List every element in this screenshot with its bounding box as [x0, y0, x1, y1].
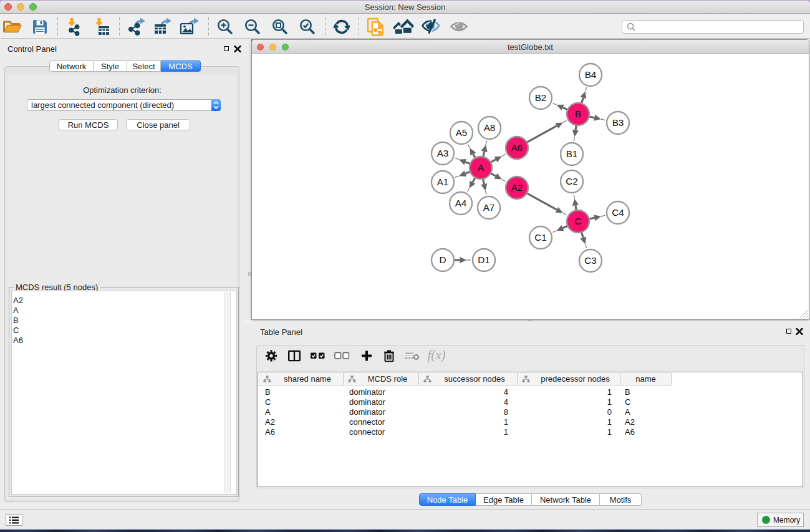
svg-text:A8: A8	[484, 122, 496, 133]
svg-text:C4: C4	[612, 207, 624, 218]
svg-text:C2: C2	[566, 176, 578, 186]
svg-text:D: D	[439, 254, 446, 265]
svg-text:A2: A2	[511, 182, 523, 193]
svg-text:C1: C1	[534, 232, 547, 243]
svg-text:C: C	[574, 216, 581, 226]
svg-text:A5: A5	[456, 127, 468, 138]
svg-text:A3: A3	[437, 148, 449, 158]
svg-text:A6: A6	[511, 142, 523, 153]
svg-text:B3: B3	[612, 117, 624, 128]
svg-text:B: B	[575, 109, 581, 119]
svg-text:D1: D1	[478, 254, 490, 265]
svg-text:B1: B1	[566, 148, 578, 159]
svg-text:A1: A1	[437, 177, 449, 187]
svg-text:B4: B4	[585, 69, 597, 80]
svg-text:B2: B2	[535, 92, 547, 103]
svg-text:A4: A4	[455, 198, 467, 208]
svg-text:A7: A7	[483, 202, 495, 213]
svg-text:A: A	[478, 162, 485, 173]
svg-text:C3: C3	[584, 255, 597, 266]
